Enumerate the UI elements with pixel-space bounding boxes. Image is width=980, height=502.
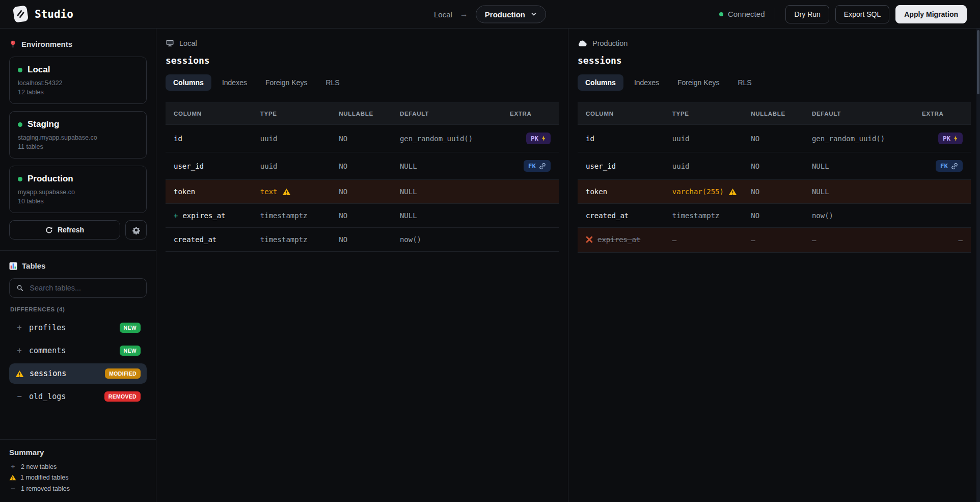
cell-column-name: user_id (166, 152, 252, 180)
migration-direction: Local → Production (434, 5, 546, 23)
search-icon (16, 284, 23, 292)
app-brand: Studio (13, 6, 73, 22)
target-env-dropdown[interactable]: Production (476, 5, 546, 23)
scrollbar[interactable] (976, 29, 980, 502)
chevron-down-icon (531, 11, 537, 17)
change-badge: MODIFIED (105, 368, 141, 379)
diff-table-item-sessions[interactable]: sessions MODIFIED (9, 363, 147, 384)
column-header-nullable: NULLABLE (743, 103, 804, 125)
table-header-row: COLUMNTYPENULLABLEDEFAULTEXTRA (166, 103, 559, 125)
panel-env-label: Production (592, 39, 628, 47)
bar-chart-icon (9, 262, 17, 270)
columns-table: COLUMNTYPENULLABLEDEFAULTEXTRA iduuidNOg… (578, 102, 971, 253)
column-row-id: iduuidNOgen_random_uuid()PK (578, 125, 971, 152)
comparison-area: Local sessions ColumnsIndexesForeign Key… (156, 29, 980, 502)
columns-table: COLUMNTYPENULLABLEDEFAULTEXTRA iduuidNOg… (166, 102, 559, 252)
link-icon (539, 163, 546, 170)
dry-run-button[interactable]: Dry Run (785, 5, 829, 23)
warning-icon (728, 188, 737, 196)
cell-column-name: token (166, 180, 252, 204)
summary-item: — 1 removed tables (9, 485, 147, 492)
environment-card-production[interactable]: Production myapp.supabase.co 10 tables (9, 166, 147, 213)
cell-nullable: NO (743, 180, 804, 204)
tab-foreign-keys[interactable]: Foreign Keys (670, 74, 727, 91)
refresh-label: Refresh (58, 226, 84, 234)
cell-column-name: created_at (166, 228, 252, 252)
source-env-label: Local (434, 10, 452, 18)
diff-table-item-old_logs[interactable]: − old_logs REMOVED (9, 386, 147, 407)
warning-icon (15, 370, 24, 378)
cell-nullable: NO (743, 152, 804, 180)
table-search-box[interactable] (9, 278, 147, 298)
diff-table-item-comments[interactable]: + comments NEW (9, 340, 147, 361)
status-dot (18, 68, 22, 72)
main-layout: Environments Local localhost:54322 12 ta… (0, 29, 980, 502)
table-header-row: COLUMNTYPENULLABLEDEFAULTEXTRA (578, 103, 971, 125)
cell-extra (914, 180, 971, 204)
tab-indexes[interactable]: Indexes (214, 74, 255, 91)
environment-host: myapp.supabase.co (18, 189, 138, 196)
environment-host: localhost:54322 (18, 80, 138, 87)
diff-table-item-profiles[interactable]: + profiles NEW (9, 318, 147, 338)
tables-title: Tables (22, 261, 45, 270)
plus-icon: + (15, 323, 23, 332)
settings-button[interactable] (125, 220, 147, 240)
cell-column-name: expires_at (578, 228, 664, 253)
summary-text: 1 modified tables (20, 474, 69, 481)
cell-column-name: user_id (578, 152, 664, 180)
differences-list: + profiles NEW + comments NEW sessions M… (9, 318, 147, 407)
tab-indexes[interactable]: Indexes (627, 74, 667, 91)
cell-default: NULL (804, 152, 914, 180)
apply-migration-button[interactable]: Apply Migration (895, 5, 967, 23)
status-dot (18, 122, 22, 127)
cell-nullable: NO (743, 125, 804, 152)
cell-nullable: NO (331, 204, 392, 228)
environment-name-row: Production (18, 174, 138, 184)
scrollbar-thumb[interactable] (977, 30, 979, 94)
tab-bar: ColumnsIndexesForeign KeysRLS (166, 74, 559, 91)
cell-type: text (252, 180, 331, 204)
tab-rls[interactable]: RLS (318, 74, 347, 91)
cell-type: uuid (252, 152, 331, 180)
export-sql-button[interactable]: Export SQL (835, 5, 889, 23)
connection-dot (719, 12, 723, 16)
environment-table-count: 12 tables (18, 89, 138, 96)
column-header-column: COLUMN (166, 103, 252, 125)
column-row-token: tokenvarchar(255)NONULL (578, 180, 971, 204)
column-header-default: DEFAULT (392, 103, 502, 125)
tab-columns[interactable]: Columns (166, 74, 211, 91)
cell-extra (502, 204, 559, 228)
pk-badge: PK (938, 133, 963, 144)
fk-badge: FK (524, 160, 551, 172)
cell-nullable: NO (743, 204, 804, 228)
cell-extra (502, 228, 559, 252)
zap-icon (954, 135, 958, 142)
schema-panel-production: Production sessions ColumnsIndexesForeig… (568, 29, 980, 502)
environment-table-count: 10 tables (18, 198, 138, 205)
refresh-button[interactable]: Refresh (9, 220, 120, 240)
warning-icon (9, 474, 16, 481)
environment-card-staging[interactable]: Staging staging.myapp.supabase.co 11 tab… (9, 111, 147, 158)
status-dot (18, 177, 22, 181)
column-row-expires_at: expires_at–––– (578, 228, 971, 253)
app-logo-icon (12, 5, 29, 23)
cell-default: NULL (392, 204, 502, 228)
target-env-value: Production (485, 10, 525, 18)
tab-rls[interactable]: RLS (730, 74, 759, 91)
search-input[interactable] (29, 283, 140, 293)
summary-text: 1 removed tables (21, 485, 70, 492)
cell-type: uuid (664, 152, 743, 180)
tab-foreign-keys[interactable]: Foreign Keys (258, 74, 315, 91)
refresh-icon (45, 226, 53, 234)
environments-section-header: Environments (9, 40, 147, 48)
arrow-right-icon: → (460, 10, 468, 19)
cell-default: now() (804, 204, 914, 228)
minus-icon: — (9, 485, 17, 492)
cell-default: gen_random_uuid() (804, 125, 914, 152)
tab-columns[interactable]: Columns (578, 74, 623, 91)
cloud-icon (578, 40, 587, 47)
cell-extra: PK (914, 125, 971, 152)
environment-card-local[interactable]: Local localhost:54322 12 tables (9, 57, 147, 104)
cell-type: timestamptz (252, 228, 331, 252)
cell-column-name: created_at (578, 204, 664, 228)
